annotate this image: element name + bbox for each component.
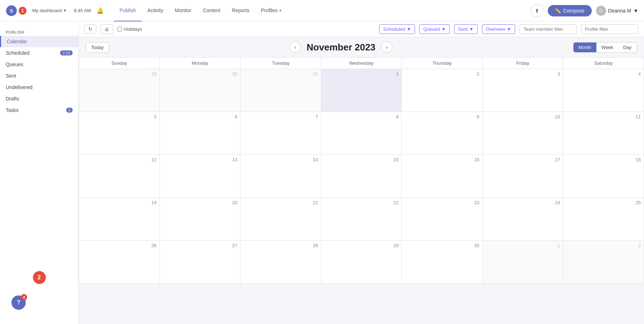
day-number: 21	[243, 200, 318, 205]
top-bar-left: S 1 My dashboard ▼ 8:45 AM 🔔 Publish Act…	[6, 0, 531, 21]
calendar-day-header: Friday	[482, 58, 563, 69]
view-week-button[interactable]: Week	[596, 43, 618, 52]
scheduled-dropdown[interactable]: Scheduled ▼	[379, 24, 415, 34]
help-notification-badge: 4	[21, 294, 27, 300]
calendar-day-cell[interactable]: 1	[321, 69, 402, 112]
nav-tab-content[interactable]: Content	[197, 0, 226, 21]
day-number: 3	[486, 71, 560, 77]
refresh-button[interactable]: ↻	[84, 24, 96, 34]
calendar-day-cell[interactable]: 16	[402, 155, 483, 198]
calendar-body: 2930311234567891011121314151617181920212…	[79, 69, 644, 284]
day-number: 6	[163, 114, 238, 119]
calendar-day-cell[interactable]: 12	[79, 155, 160, 198]
calendar-day-cell[interactable]: 26	[79, 241, 160, 284]
day-number: 14	[243, 157, 318, 162]
day-number: 15	[324, 157, 399, 162]
calendar-day-cell[interactable]: 21	[240, 198, 321, 241]
svg-text:S: S	[10, 8, 13, 14]
nav-tab-activity[interactable]: Activity	[142, 0, 169, 21]
profile-filter[interactable]	[581, 24, 638, 34]
calendar-day-cell[interactable]: 4	[563, 69, 644, 112]
sidebar-item-scheduled[interactable]: Scheduled 0 (0)	[0, 47, 78, 59]
calendar-day-cell[interactable]: 13	[160, 155, 240, 198]
sidebar-item-calendar[interactable]: Calendar	[0, 36, 78, 47]
calendar-header-row: SundayMondayTuesdayWednesdayThursdayFrid…	[79, 58, 644, 69]
sidebar-item-sent[interactable]: Sent	[0, 70, 78, 82]
help-button[interactable]: ? 4	[11, 295, 26, 310]
calendar-day-cell[interactable]: 10	[482, 112, 563, 155]
calendar-day-cell[interactable]: 15	[321, 155, 402, 198]
nav-tab-reports[interactable]: Reports	[226, 0, 255, 21]
queued-dropdown[interactable]: Queued ▼	[419, 24, 450, 34]
user-area[interactable]: D Deanna M ▼	[596, 6, 638, 16]
bell-icon[interactable]: 🔔	[97, 7, 104, 14]
calendar-day-cell[interactable]: 14	[240, 155, 321, 198]
sent-dropdown[interactable]: Sent ▼	[454, 24, 478, 34]
day-number: 22	[324, 200, 399, 205]
calendar-day-cell[interactable]: 25	[563, 198, 644, 241]
calendar-week-row: 2930311234	[79, 69, 644, 112]
dashboard-button[interactable]: My dashboard ▼	[32, 8, 67, 13]
day-number: 1	[324, 71, 399, 77]
calendar-day-cell[interactable]: 9	[402, 112, 483, 155]
nav-tab-monitor[interactable]: Monitor	[169, 0, 197, 21]
overview-dropdown[interactable]: Overview ▼	[482, 24, 515, 34]
sidebar-item-tasks[interactable]: Tasks 0	[0, 104, 78, 116]
chevron-icon-sent: ▼	[469, 26, 474, 32]
time-display: 8:45 AM	[74, 8, 91, 13]
sidebar-item-undelivered[interactable]: Undelivered	[0, 82, 78, 93]
calendar-day-cell[interactable]: 1	[482, 241, 563, 284]
calendar-day-cell[interactable]: 31	[240, 69, 321, 112]
upload-button[interactable]: ⬆	[531, 4, 543, 17]
calendar-day-cell[interactable]: 19	[79, 198, 160, 241]
calendar-day-cell[interactable]: 7	[240, 112, 321, 155]
print-button[interactable]: 🖨	[101, 24, 113, 34]
top-bar-right: ⬆ ✏️ Compose D Deanna M ▼	[531, 4, 638, 17]
calendar-day-cell[interactable]: 29	[79, 69, 160, 112]
calendar-day-cell[interactable]: 24	[482, 198, 563, 241]
calendar-day-cell[interactable]: 3	[482, 69, 563, 112]
day-number: 25	[566, 200, 641, 205]
calendar-day-cell[interactable]: 20	[160, 198, 240, 241]
sidebar-item-queues[interactable]: Queues	[0, 59, 78, 70]
chevron-icon-queued: ▼	[441, 26, 446, 32]
calendar-day-cell[interactable]: 30	[402, 241, 483, 284]
day-number: 30	[163, 71, 238, 77]
calendar-day-cell[interactable]: 30	[160, 69, 240, 112]
next-month-button[interactable]: ›	[381, 41, 392, 53]
nav-tab-profiles[interactable]: Profiles +	[255, 0, 288, 21]
team-member-filter[interactable]	[519, 24, 577, 34]
day-number: 10	[486, 114, 560, 119]
day-number: 5	[82, 114, 157, 119]
calendar-day-cell[interactable]: 28	[240, 241, 321, 284]
sidebar-item-drafts[interactable]: Drafts	[0, 93, 78, 104]
calendar-day-cell[interactable]: 27	[160, 241, 240, 284]
refresh-icon: ↻	[88, 26, 92, 32]
calendar-day-cell[interactable]: 6	[160, 112, 240, 155]
calendar-day-cell[interactable]: 17	[482, 155, 563, 198]
day-number: 12	[82, 157, 157, 162]
nav-tab-publish[interactable]: Publish	[114, 0, 142, 21]
calendar-day-cell[interactable]: 18	[563, 155, 644, 198]
view-day-button[interactable]: Day	[618, 43, 636, 52]
day-number: 9	[405, 114, 479, 119]
calendar-day-cell[interactable]: 22	[321, 198, 402, 241]
prev-month-button[interactable]: ‹	[289, 41, 301, 53]
calendar-day-header: Sunday	[79, 58, 160, 69]
calendar-day-cell[interactable]: 29	[321, 241, 402, 284]
nav-tabs: Publish Activity Monitor Content Reports…	[114, 0, 288, 21]
day-number: 28	[243, 243, 318, 248]
sidebar-section-label: PUBLISH	[0, 27, 78, 36]
calendar-day-cell[interactable]: 11	[563, 112, 644, 155]
calendar-day-cell[interactable]: 8	[321, 112, 402, 155]
calendar-grid: SundayMondayTuesdayWednesdayThursdayFrid…	[79, 57, 644, 284]
today-button[interactable]: Today	[86, 42, 109, 53]
calendar-day-cell[interactable]: 2	[402, 69, 483, 112]
view-month-button[interactable]: Month	[574, 43, 596, 52]
calendar-day-cell[interactable]: 23	[402, 198, 483, 241]
calendar-day-cell[interactable]: 5	[79, 112, 160, 155]
holidays-checkbox[interactable]	[117, 27, 122, 31]
user-chevron-icon: ▼	[633, 8, 638, 14]
compose-button[interactable]: ✏️ Compose	[548, 5, 592, 16]
calendar-day-cell[interactable]: 2	[563, 241, 644, 284]
